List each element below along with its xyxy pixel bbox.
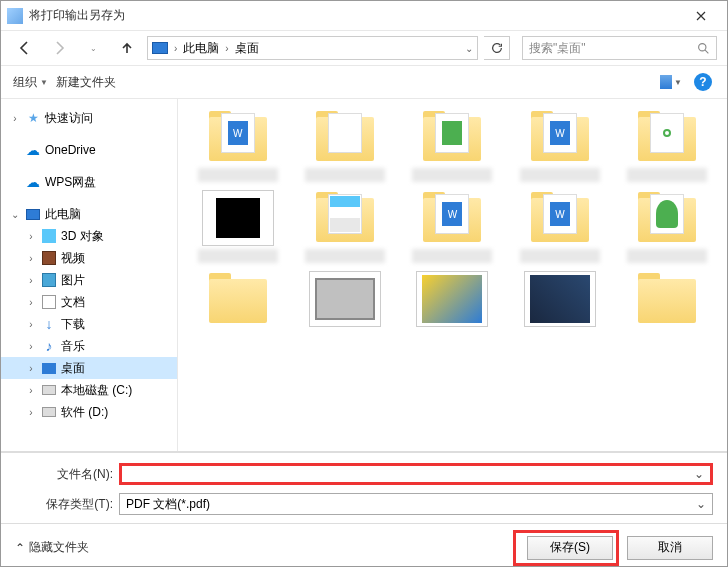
path-segment[interactable]: 桌面 — [235, 40, 259, 57]
up-button[interactable] — [113, 34, 141, 62]
chevron-down-icon[interactable]: ⌄ — [465, 43, 473, 54]
navigation-tree[interactable]: ›★快速访问 ☁OneDrive ☁WPS网盘 ⌄此电脑 ›3D 对象 ›视频 … — [1, 99, 178, 451]
file-grid[interactable]: W W W W — [178, 99, 727, 451]
help-button[interactable]: ? — [691, 71, 715, 93]
filetype-select[interactable]: PDF 文档(*.pdf) — [119, 493, 713, 515]
file-item[interactable] — [401, 271, 504, 327]
folder-item[interactable]: W — [186, 109, 289, 182]
chevron-right-icon: › — [174, 43, 177, 54]
forward-button[interactable] — [45, 34, 73, 62]
folder-item[interactable] — [186, 271, 289, 327]
filename-input[interactable] — [119, 463, 713, 485]
folder-item[interactable] — [616, 271, 719, 327]
tree-3d[interactable]: ›3D 对象 — [1, 225, 177, 247]
pc-icon — [152, 42, 168, 54]
file-item[interactable] — [508, 271, 611, 327]
save-button[interactable]: 保存(S) — [527, 536, 613, 560]
folder-item[interactable]: W — [508, 190, 611, 263]
folder-item[interactable] — [293, 190, 396, 263]
path-segment[interactable]: 此电脑 — [183, 40, 219, 57]
organize-label: 组织 — [13, 74, 37, 91]
recent-button[interactable]: ⌄ — [79, 34, 107, 62]
tree-disk-d[interactable]: ›软件 (D:) — [1, 401, 177, 423]
file-item[interactable] — [293, 271, 396, 327]
chevron-down-icon: ▼ — [40, 78, 48, 87]
refresh-button[interactable] — [484, 36, 510, 60]
search-icon — [697, 42, 710, 55]
organize-menu[interactable]: 组织 ▼ — [13, 74, 48, 91]
tree-pictures[interactable]: ›图片 — [1, 269, 177, 291]
new-folder-label: 新建文件夹 — [56, 74, 116, 91]
tree-downloads[interactable]: ›↓下载 — [1, 313, 177, 335]
folder-item[interactable] — [616, 190, 719, 263]
hide-folders-toggle[interactable]: ⌃ 隐藏文件夹 — [15, 539, 89, 556]
view-button[interactable]: ▼ — [659, 71, 683, 93]
tree-video[interactable]: ›视频 — [1, 247, 177, 269]
close-button[interactable] — [681, 2, 721, 30]
folder-item[interactable] — [616, 109, 719, 182]
tree-music[interactable]: ›♪音乐 — [1, 335, 177, 357]
app-icon — [7, 8, 23, 24]
new-folder-button[interactable]: 新建文件夹 — [56, 74, 116, 91]
chevron-up-icon: ⌃ — [15, 541, 25, 555]
folder-item[interactable] — [401, 109, 504, 182]
cancel-button[interactable]: 取消 — [627, 536, 713, 560]
back-button[interactable] — [11, 34, 39, 62]
search-placeholder: 搜索"桌面" — [529, 40, 586, 57]
window-title: 将打印输出另存为 — [29, 7, 681, 24]
tree-onedrive[interactable]: ☁OneDrive — [1, 139, 177, 161]
filename-label: 文件名(N): — [15, 466, 119, 483]
tree-disk-c[interactable]: ›本地磁盘 (C:) — [1, 379, 177, 401]
chevron-right-icon: › — [225, 43, 228, 54]
tree-wps[interactable]: ☁WPS网盘 — [1, 171, 177, 193]
file-item[interactable] — [186, 190, 289, 263]
tree-desktop[interactable]: ›桌面 — [1, 357, 177, 379]
tree-quick-access[interactable]: ›★快速访问 — [1, 107, 177, 129]
folder-item[interactable]: W — [401, 190, 504, 263]
filetype-label: 保存类型(T): — [15, 496, 119, 513]
hide-folders-label: 隐藏文件夹 — [29, 539, 89, 556]
folder-item[interactable]: W — [508, 109, 611, 182]
svg-point-0 — [699, 43, 706, 50]
address-bar[interactable]: › 此电脑 › 桌面 ⌄ — [147, 36, 478, 60]
tree-this-pc[interactable]: ⌄此电脑 — [1, 203, 177, 225]
tree-documents[interactable]: ›文档 — [1, 291, 177, 313]
search-input[interactable]: 搜索"桌面" — [522, 36, 717, 60]
folder-item[interactable] — [293, 109, 396, 182]
